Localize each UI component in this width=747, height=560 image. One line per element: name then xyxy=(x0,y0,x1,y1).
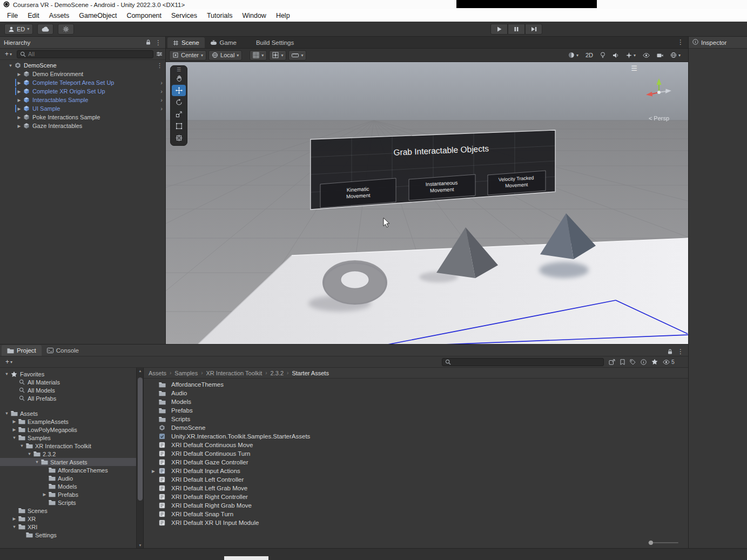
gizmos-dropdown[interactable]: ▾ xyxy=(668,50,683,60)
file-row[interactable]: ▶XRI Default Input Actions xyxy=(151,467,688,475)
breadcrumb-item[interactable]: Starter Assets xyxy=(292,370,328,376)
foldout-arrow-icon[interactable]: ▼ xyxy=(3,411,10,416)
step-button[interactable] xyxy=(525,24,542,35)
file-row[interactable]: XRI Default XR UI Input Module xyxy=(151,518,688,527)
breadcrumb-item[interactable]: 2.3.2 xyxy=(271,370,284,376)
scene-viewport[interactable]: Grab Interactable Objects Kinematic Move… xyxy=(166,62,688,344)
account-button[interactable]: ED ▾ xyxy=(4,24,33,35)
breadcrumb-item[interactable]: Assets xyxy=(149,370,166,376)
tool-handle-pivot-button[interactable]: Center ▾ xyxy=(169,50,206,60)
grid-visibility-dropdown[interactable]: ▾ xyxy=(250,50,267,60)
project-tree-item[interactable]: ▼XRI xyxy=(0,523,136,531)
prefab-open-chevron-icon[interactable]: › xyxy=(160,105,163,112)
breadcrumb-item[interactable]: Samples xyxy=(174,370,198,376)
scene-visibility-toggle[interactable] xyxy=(641,50,652,60)
project-tree-item[interactable]: ▼Assets xyxy=(0,409,136,417)
project-tree-item[interactable]: ▶XR xyxy=(0,515,136,523)
project-tree-item[interactable]: ▶ExampleAssets xyxy=(0,417,136,426)
project-tree-item[interactable]: Models xyxy=(0,482,136,490)
kebab-icon[interactable]: ⋮ xyxy=(155,39,161,46)
menu-assets[interactable]: Assets xyxy=(44,10,75,21)
project-tree-item[interactable]: ▶LowPolyMegapolis xyxy=(0,426,136,434)
project-tree-item[interactable]: ▼Samples xyxy=(0,434,136,442)
scrollbar-thumb[interactable] xyxy=(138,377,143,501)
foldout-arrow-icon[interactable]: ▶ xyxy=(16,106,23,111)
foldout-arrow-icon[interactable]: ▼ xyxy=(11,524,18,529)
lock-icon[interactable] xyxy=(146,39,151,46)
hierarchy-item[interactable]: ▶Interactables Sample› xyxy=(0,96,165,104)
tab-scene[interactable]: Scene xyxy=(167,37,205,48)
project-tree-item[interactable]: Settings xyxy=(0,531,136,539)
project-tree-item[interactable]: ▶Prefabs xyxy=(0,490,136,498)
project-tree-item[interactable]: All Prefabs xyxy=(0,394,136,402)
scale-tool[interactable] xyxy=(172,109,186,120)
project-tree-item[interactable]: Audio xyxy=(0,474,136,482)
file-row[interactable]: XRI Default Left Grab Move xyxy=(151,484,688,492)
file-row[interactable]: XRI Default Continuous Move xyxy=(151,441,688,449)
camera-overlay-menu[interactable] xyxy=(655,50,665,60)
2d-toggle[interactable]: 2D xyxy=(583,50,595,60)
project-tree-item[interactable]: All Models xyxy=(0,386,136,394)
labels-icon[interactable] xyxy=(630,359,636,365)
project-search[interactable] xyxy=(442,358,604,366)
info-icon[interactable] xyxy=(641,359,647,365)
snap-increment-dropdown[interactable]: ▾ xyxy=(288,50,306,60)
project-tree-item[interactable]: ▼Starter Assets xyxy=(0,458,136,466)
tab-console[interactable]: Console xyxy=(42,345,84,356)
breadcrumb-item[interactable]: XR Interaction Toolkit xyxy=(206,370,263,376)
rotate-tool[interactable] xyxy=(172,97,186,108)
project-tree-item[interactable]: ▼2.3.2 xyxy=(0,450,136,458)
add-asset-button[interactable]: + ▾ xyxy=(3,357,15,366)
add-object-button[interactable]: + ▾ xyxy=(3,50,14,58)
services-button[interactable] xyxy=(58,24,74,35)
project-tree-item[interactable]: ▼Favorites xyxy=(0,370,136,378)
foldout-arrow-icon[interactable]: ▶ xyxy=(11,419,18,424)
foldout-arrow-icon[interactable]: ▶ xyxy=(16,72,23,77)
file-row[interactable]: Models xyxy=(151,397,688,406)
project-tree-item[interactable]: Scripts xyxy=(0,498,136,507)
hidden-objects-count[interactable]: 5 xyxy=(663,359,675,365)
tab-project[interactable]: Project xyxy=(2,345,42,356)
tool-handle-rotation-button[interactable]: Local ▾ xyxy=(208,50,242,60)
menu-component[interactable]: Component xyxy=(122,10,166,21)
foldout-arrow-icon[interactable]: ▶ xyxy=(41,492,48,497)
prefab-open-chevron-icon[interactable]: › xyxy=(160,97,163,103)
file-row[interactable]: XRI Default Right Controller xyxy=(151,492,688,501)
expand-arrow-icon[interactable]: ▶ xyxy=(152,469,155,474)
favorites-icon[interactable] xyxy=(620,359,625,365)
foldout-arrow-icon[interactable]: ▶ xyxy=(11,427,18,432)
file-row[interactable]: XRI Default Snap Turn xyxy=(151,510,688,518)
foldout-arrow-icon[interactable]: ▼ xyxy=(7,63,14,68)
menu-tutorials[interactable]: Tutorials xyxy=(202,10,237,21)
project-tree-item[interactable]: Scenes xyxy=(0,507,136,515)
hierarchy-search-input[interactable] xyxy=(28,51,150,57)
foldout-arrow-icon[interactable]: ▼ xyxy=(3,372,10,376)
lighting-toggle[interactable] xyxy=(598,50,608,60)
rect-transform-tool[interactable] xyxy=(172,120,186,132)
kebab-icon[interactable]: ⋮ xyxy=(677,348,684,355)
foldout-arrow-icon[interactable]: ▼ xyxy=(33,460,41,464)
hierarchy-item[interactable]: ▶Demo Environment xyxy=(0,70,165,78)
slider-knob[interactable] xyxy=(649,541,653,545)
hierarchy-item[interactable]: ▶Poke Interactions Sample xyxy=(0,113,165,122)
foldout-arrow-icon[interactable]: ▶ xyxy=(16,115,23,120)
hierarchy-item[interactable]: ▼DemoScene⋮ xyxy=(0,61,165,70)
velocity-tracked-movement-button[interactable]: Velocity Tracked Movement xyxy=(488,171,546,195)
play-button[interactable] xyxy=(490,24,508,35)
kebab-icon[interactable]: ⋮ xyxy=(157,62,163,69)
file-row[interactable]: XRI Default Continuous Turn xyxy=(151,449,688,458)
prefab-open-chevron-icon[interactable]: › xyxy=(160,79,163,86)
thumbnail-zoom-slider[interactable] xyxy=(648,542,678,543)
scroll-down-icon[interactable]: ▼ xyxy=(137,543,144,547)
scroll-up-icon[interactable]: ▲ xyxy=(137,369,144,373)
foldout-arrow-icon[interactable]: ▼ xyxy=(11,435,18,440)
foldout-arrow-icon[interactable]: ▶ xyxy=(16,98,23,103)
menu-services[interactable]: Services xyxy=(166,10,202,21)
pause-button[interactable] xyxy=(508,24,525,35)
view-tool[interactable] xyxy=(172,73,186,84)
file-row[interactable]: AffordanceThemes xyxy=(151,380,688,389)
project-search-input[interactable] xyxy=(453,359,601,365)
star-icon[interactable] xyxy=(651,359,658,365)
file-row[interactable]: XRI Default Left Controller xyxy=(151,475,688,484)
transform-tool[interactable] xyxy=(172,132,186,144)
